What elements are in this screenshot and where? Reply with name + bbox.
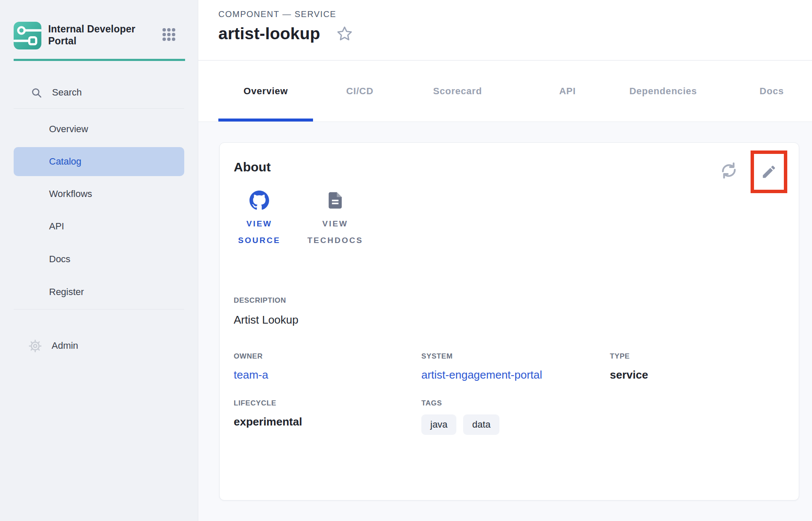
techdocs-icon	[325, 191, 345, 210]
app-title: Internal Developer Portal	[48, 22, 150, 47]
sidebar-item-api[interactable]: API	[14, 212, 184, 241]
system-link[interactable]: artist-engagement-portal	[421, 368, 610, 382]
favorite-star-icon[interactable]	[336, 25, 353, 42]
github-icon	[249, 191, 269, 210]
tab-label: Scorecard	[433, 86, 482, 97]
tab-overview[interactable]: Overview	[218, 61, 313, 122]
sidebar-item-search[interactable]: Search	[0, 81, 198, 104]
tab-docs[interactable]: Docs	[757, 61, 812, 122]
field-value: experimental	[234, 414, 421, 429]
field-label: OWNER	[234, 352, 421, 361]
link-label: VIEW	[238, 215, 280, 232]
sidebar-divider	[14, 309, 184, 310]
tab-cicd[interactable]: CI/CD	[322, 61, 397, 122]
page-title: artist-lookup	[218, 24, 320, 43]
field-owner: OWNER team-a	[234, 352, 421, 382]
about-card: About	[219, 142, 799, 501]
field-value: Artist Lookup	[234, 313, 783, 327]
sidebar-item-workflows[interactable]: Workflows	[14, 179, 184, 208]
sidebar-item-label: Overview	[49, 124, 88, 135]
field-system: SYSTEM artist-engagement-portal	[421, 352, 610, 382]
sidebar-item-overview[interactable]: Overview	[14, 115, 184, 144]
entity-tabs: Overview CI/CD Scorecard API Dependencie…	[198, 61, 812, 122]
sidebar-item-label: Register	[49, 287, 84, 298]
tab-label: API	[559, 86, 576, 97]
tab-content: About	[198, 122, 812, 521]
apps-grid-icon[interactable]	[162, 28, 175, 41]
gear-icon	[28, 339, 42, 353]
tab-label: Dependencies	[629, 86, 697, 97]
field-label: DESCRIPTION	[234, 296, 783, 305]
sidebar-item-admin[interactable]: Admin	[0, 331, 198, 360]
sidebar-item-docs[interactable]: Docs	[14, 245, 184, 274]
sidebar-item-label: Catalog	[49, 156, 81, 167]
field-tags: TAGS java data	[421, 399, 783, 435]
sidebar-nav: Search Overview Catalog Workflows API Do…	[0, 81, 198, 360]
sidebar-item-label: Search	[52, 87, 82, 98]
edit-icon[interactable]	[751, 151, 787, 193]
tab-label: Docs	[760, 86, 784, 97]
tag-chip[interactable]: data	[463, 414, 499, 435]
sidebar-item-label: Docs	[49, 254, 70, 265]
about-links: VIEW SOURCE VIEW TECHDOC	[234, 191, 783, 249]
field-label: TYPE	[610, 352, 783, 361]
tab-api[interactable]: API	[538, 61, 597, 122]
sidebar-item-label: Admin	[52, 340, 78, 351]
field-value: service	[610, 368, 783, 382]
link-label: VIEW	[307, 215, 363, 232]
sidebar-item-label: API	[49, 221, 64, 232]
tab-label: Overview	[244, 86, 288, 97]
owner-link[interactable]: team-a	[234, 368, 421, 382]
field-label: LIFECYCLE	[234, 399, 421, 408]
field-type: TYPE service	[610, 352, 783, 382]
sidebar-item-label: Workflows	[49, 188, 92, 200]
tab-dependencies[interactable]: Dependencies	[602, 61, 725, 122]
tab-label: CI/CD	[346, 86, 374, 97]
link-label: SOURCE	[238, 232, 280, 249]
brand[interactable]: Internal Developer Portal	[0, 0, 198, 49]
sidebar-item-register[interactable]: Register	[14, 278, 184, 307]
field-description: DESCRIPTION Artist Lookup	[234, 296, 783, 327]
field-lifecycle: LIFECYCLE experimental	[234, 399, 421, 435]
app-window: Internal Developer Portal Search Overvie…	[0, 0, 812, 521]
tag-chip[interactable]: java	[421, 414, 456, 435]
main-area: COMPONENT — SERVICE artist-lookup Overvi…	[198, 0, 812, 521]
sidebar: Internal Developer Portal Search Overvie…	[0, 0, 198, 521]
field-label: TAGS	[421, 399, 783, 408]
app-logo-icon	[14, 22, 41, 49]
tab-scorecard[interactable]: Scorecard	[407, 61, 508, 122]
search-icon	[31, 87, 42, 98]
sidebar-item-catalog[interactable]: Catalog	[14, 147, 184, 176]
view-source-link[interactable]: VIEW SOURCE	[234, 191, 285, 249]
card-title: About	[234, 159, 783, 175]
entity-header: COMPONENT — SERVICE artist-lookup	[198, 0, 812, 61]
field-label: SYSTEM	[421, 352, 610, 361]
view-techdocs-link[interactable]: VIEW TECHDOCS	[303, 191, 368, 249]
breadcrumb: COMPONENT — SERVICE	[218, 9, 812, 19]
refresh-icon[interactable]	[719, 160, 739, 181]
link-label: TECHDOCS	[307, 232, 363, 249]
brand-underline	[14, 59, 185, 61]
sidebar-divider	[14, 108, 184, 109]
